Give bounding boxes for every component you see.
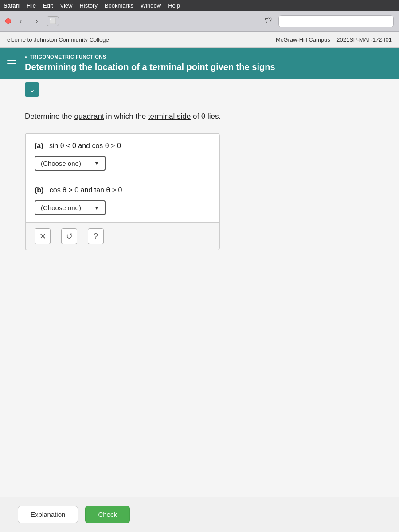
back-icon: ‹: [20, 17, 22, 25]
problem-box: (a) sin θ < 0 and cos θ > 0 (Choose one)…: [25, 133, 220, 251]
menu-safari[interactable]: Safari: [4, 2, 20, 9]
bottom-bar: Explanation Check: [0, 497, 399, 532]
close-icon: ✕: [39, 231, 46, 241]
section-title: Determining the location of a terminal p…: [25, 61, 275, 73]
check-button[interactable]: Check: [85, 506, 130, 523]
breadcrumb-left: elcome to Johnston Community College: [0, 36, 200, 43]
undo-button[interactable]: ↺: [61, 228, 77, 244]
section-header-text: TRIGONOMETRIC FUNCTIONS Determining the …: [25, 54, 275, 73]
chevron-row: ⌄: [0, 79, 399, 100]
part-a-letter: (a): [35, 142, 43, 149]
part-a-dropdown[interactable]: (Choose one) ▼: [35, 156, 106, 171]
action-buttons-row: ✕ ↺ ?: [26, 223, 219, 250]
forward-icon: ›: [35, 17, 38, 25]
browser-toolbar: ‹ › ⬜ 🛡: [0, 11, 399, 32]
hamburger-line-1: [7, 60, 16, 61]
section-header: TRIGONOMETRIC FUNCTIONS Determining the …: [0, 48, 399, 79]
part-b-dropdown-label: (Choose one): [41, 204, 81, 211]
menu-help[interactable]: Help: [168, 2, 180, 9]
part-b-dropdown-arrow: ▼: [94, 205, 99, 211]
part-b-letter: (b): [35, 186, 43, 194]
back-button[interactable]: ‹: [15, 15, 27, 27]
menu-window[interactable]: Window: [141, 2, 161, 9]
explanation-button[interactable]: Explanation: [18, 506, 78, 523]
undo-icon: ↺: [66, 231, 73, 241]
part-a-dropdown-arrow: ▼: [94, 160, 99, 166]
part-b-dropdown[interactable]: (Choose one) ▼: [35, 200, 106, 215]
problem-instruction: Determine the quadrant in which the term…: [25, 111, 381, 122]
problem-area: Determine the quadrant in which the term…: [0, 100, 399, 532]
hamburger-line-2: [7, 63, 16, 64]
breadcrumb-bar: elcome to Johnston Community College McG…: [0, 32, 399, 48]
hamburger-line-3: [7, 66, 16, 66]
help-icon: ?: [94, 232, 98, 241]
problem-part-a: (a) sin θ < 0 and cos θ > 0 (Choose one)…: [26, 134, 219, 178]
menu-bookmarks[interactable]: Bookmarks: [105, 2, 133, 9]
hamburger-menu[interactable]: [7, 60, 16, 66]
menu-edit[interactable]: Edit: [43, 2, 53, 9]
help-button[interactable]: ?: [88, 228, 104, 244]
terminal-side-link[interactable]: terminal side: [148, 112, 191, 121]
menu-view[interactable]: View: [60, 2, 73, 9]
menu-bar: Safari File Edit View History Bookmarks …: [0, 0, 399, 11]
chevron-down-icon: ⌄: [29, 86, 35, 94]
address-bar[interactable]: [278, 15, 394, 27]
sidebar-icon: ⬜: [49, 18, 56, 24]
quadrant-link[interactable]: quadrant: [74, 112, 104, 121]
part-a-dropdown-label: (Choose one): [41, 160, 81, 167]
chevron-down-button[interactable]: ⌄: [25, 82, 39, 97]
menu-history[interactable]: History: [79, 2, 97, 9]
main-content: TRIGONOMETRIC FUNCTIONS Determining the …: [0, 48, 399, 532]
section-label: TRIGONOMETRIC FUNCTIONS: [25, 54, 275, 59]
problem-part-b: (b) cos θ > 0 and tan θ > 0 (Choose one)…: [26, 178, 219, 223]
menu-file[interactable]: File: [27, 2, 36, 9]
forward-button[interactable]: ›: [31, 15, 43, 27]
sidebar-toggle-button[interactable]: ⬜: [47, 16, 59, 26]
part-a-label: (a) sin θ < 0 and cos θ > 0: [35, 141, 210, 151]
traffic-light-close[interactable]: [5, 18, 11, 24]
close-button[interactable]: ✕: [35, 228, 51, 244]
shield-icon: 🛡: [262, 15, 275, 27]
breadcrumb-right: McGraw-Hill Campus – 2021SP-MAT-172-I01: [200, 36, 399, 43]
part-b-label: (b) cos θ > 0 and tan θ > 0: [35, 185, 210, 195]
